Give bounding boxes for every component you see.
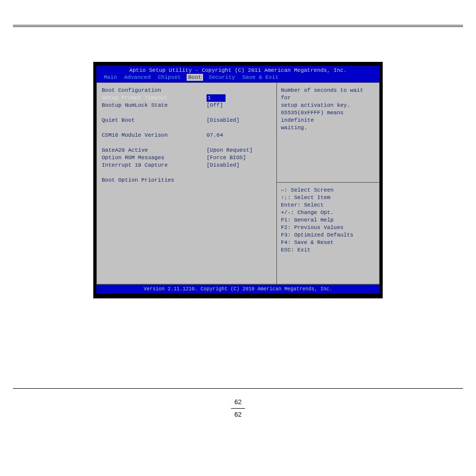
hint-select-screen: ↔: Select Screen — [281, 187, 375, 194]
bios-menu-bar: Main Advanced Chipset Boot Security Save… — [96, 74, 380, 82]
label-csm16: CSM16 Module Verison — [102, 132, 207, 139]
hint-select-item: ↑↓: Select Item — [281, 194, 375, 202]
row-bootup-numlock[interactable]: Bootup NumLock State [Off] — [102, 102, 272, 109]
key-hints: ↔: Select Screen ↑↓: Select Item Enter: … — [277, 183, 379, 284]
help-line: Number of seconds to wait for — [281, 87, 375, 102]
section-header-boot-config: Boot Configuration — [102, 87, 272, 94]
bios-frame: Aptio Setup Utility - Copyright (C) 2011… — [96, 66, 380, 293]
settings-panel: Boot Configuration Setup Prompt Timeout … — [96, 83, 277, 284]
row-option-rom[interactable]: Option ROM Messages [Force BIOS] — [102, 154, 272, 162]
value-option-rom[interactable]: [Force BIOS] — [207, 154, 272, 162]
page-number: 62 62 — [0, 398, 476, 419]
page-number-top: 62 — [235, 398, 241, 406]
bios-screenshot: Aptio Setup Utility - Copyright (C) 2011… — [93, 62, 383, 298]
value-setup-prompt-timeout[interactable]: 1 — [207, 94, 272, 102]
help-line: setup activation key. — [281, 102, 375, 109]
value-int19[interactable]: [Disabled] — [207, 162, 272, 169]
help-text: Number of seconds to wait for setup acti… — [277, 83, 379, 183]
hint-f4: F4: Save & Reset — [281, 239, 375, 246]
menu-main[interactable]: Main — [102, 74, 118, 81]
label-int19: Interrupt 19 Capture — [102, 162, 207, 169]
row-quiet-boot[interactable]: Quiet Boot [Disabled] — [102, 117, 272, 124]
value-quiet-boot[interactable]: [Disabled] — [207, 117, 272, 124]
help-line: waiting. — [281, 124, 375, 132]
menu-boot[interactable]: Boot — [187, 74, 203, 81]
menu-chipset[interactable]: Chipset — [156, 74, 182, 81]
hint-change-opt: +/-: Change Opt. — [281, 209, 375, 217]
bios-footer: Version 2.11.1210. Copyright (C) 2010 Am… — [96, 284, 380, 293]
label-option-rom: Option ROM Messages — [102, 154, 207, 162]
menu-security[interactable]: Security — [207, 74, 237, 81]
row-gatea20[interactable]: GateA20 Active [Upon Request] — [102, 147, 272, 154]
hint-esc: ESC: Exit — [281, 246, 375, 254]
help-panel: Number of seconds to wait for setup acti… — [277, 83, 380, 284]
value-bootup-numlock[interactable]: [Off] — [207, 102, 272, 109]
top-double-rule — [13, 25, 463, 27]
page-number-separator — [231, 408, 245, 409]
menu-advanced[interactable]: Advanced — [123, 74, 152, 81]
label-setup-prompt-timeout: Setup Prompt Timeout — [102, 94, 207, 102]
bios-title-bar: Aptio Setup Utility - Copyright (C) 2011… — [96, 66, 380, 74]
value-gatea20[interactable]: [Upon Request] — [207, 147, 272, 154]
help-line: 65535(0xFFFF) means indefinite — [281, 109, 375, 124]
page-number-bottom: 62 — [235, 411, 241, 418]
bios-panels: Boot Configuration Setup Prompt Timeout … — [96, 82, 380, 284]
hint-f3: F3: Optimized Defaults — [281, 232, 375, 239]
value-csm16: 07.64 — [207, 132, 272, 139]
label-quiet-boot: Quiet Boot — [102, 117, 207, 124]
hint-f1: F1: General Help — [281, 217, 375, 224]
label-bootup-numlock: Bootup NumLock State — [102, 102, 207, 109]
row-csm16: CSM16 Module Verison 07.64 — [102, 132, 272, 139]
page-container: Aptio Setup Utility - Copyright (C) 2011… — [0, 0, 476, 476]
row-setup-prompt-timeout[interactable]: Setup Prompt Timeout 1 — [102, 94, 272, 102]
hint-enter: Enter: Select — [281, 202, 375, 209]
section-header-boot-priorities: Boot Option Priorities — [102, 177, 272, 184]
bottom-rule — [13, 388, 463, 389]
row-int19[interactable]: Interrupt 19 Capture [Disabled] — [102, 162, 272, 169]
hint-f2: F2: Previous Values — [281, 224, 375, 232]
menu-save-exit[interactable]: Save & Exit — [241, 74, 280, 81]
label-gatea20: GateA20 Active — [102, 147, 207, 154]
